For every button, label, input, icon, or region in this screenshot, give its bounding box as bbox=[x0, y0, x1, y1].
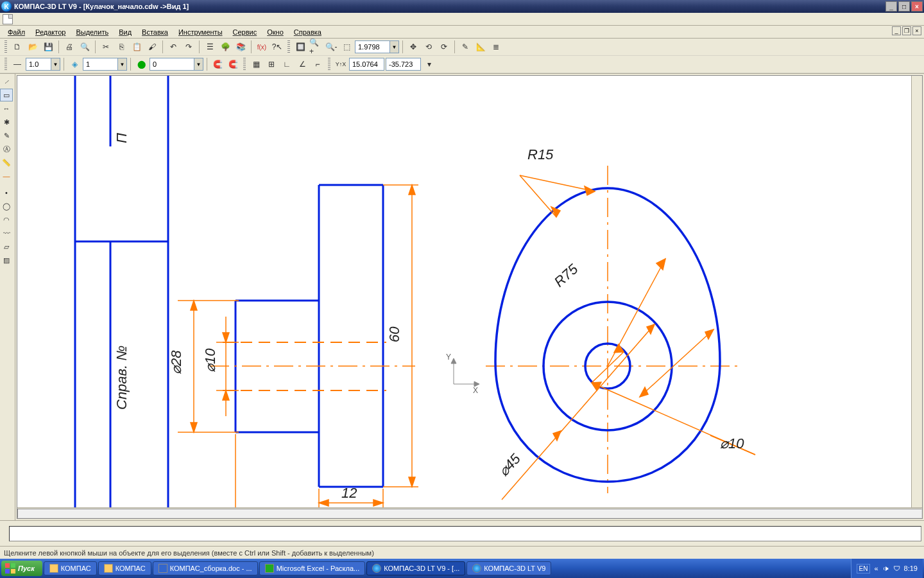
dropdown-icon[interactable]: ▼ bbox=[194, 58, 203, 71]
tray-chevron-icon[interactable]: « bbox=[874, 565, 878, 572]
preview-button[interactable]: 🔍 bbox=[78, 40, 92, 54]
edit-tool[interactable]: ✎ bbox=[0, 129, 13, 142]
style-input[interactable] bbox=[150, 58, 194, 71]
document-icon[interactable] bbox=[3, 14, 13, 24]
menu-service[interactable]: Сервис bbox=[228, 27, 262, 37]
menu-select[interactable]: Выделить bbox=[71, 27, 114, 37]
measure-tool[interactable]: 📏 bbox=[0, 156, 13, 169]
coord-y-input[interactable] bbox=[386, 58, 421, 71]
copy-button[interactable]: ⎘ bbox=[114, 40, 128, 54]
task-item-excel[interactable]: Microsoft Excel - Раскла... bbox=[259, 561, 366, 575]
vertical-scrollbar[interactable] bbox=[911, 76, 922, 507]
toolbar-grip[interactable] bbox=[243, 58, 246, 71]
menu-window[interactable]: Окно bbox=[262, 27, 289, 37]
line-tool[interactable]: — bbox=[0, 170, 13, 182]
mdi-minimize-button[interactable]: _ bbox=[892, 26, 901, 35]
style-select[interactable]: ▼ bbox=[150, 58, 203, 71]
line-width-select[interactable]: ▼ bbox=[26, 58, 60, 71]
print-button[interactable]: 🖨 bbox=[62, 40, 76, 54]
tray-sound-icon[interactable]: 🕩 bbox=[882, 565, 889, 572]
property-input[interactable] bbox=[9, 526, 921, 541]
arc-tool[interactable]: ◠ bbox=[0, 213, 13, 226]
menu-help[interactable]: Справка bbox=[289, 27, 327, 37]
point-tool[interactable]: • bbox=[0, 186, 13, 199]
snap-button[interactable]: ⊞ bbox=[264, 57, 278, 71]
rect-tool[interactable]: ▱ bbox=[0, 240, 13, 253]
select-tool[interactable]: ▭ bbox=[0, 89, 13, 101]
new-button[interactable]: 🗋 bbox=[10, 40, 24, 54]
dropdown-icon[interactable]: ▼ bbox=[118, 58, 127, 71]
menu-tools[interactable]: Инструменты bbox=[173, 27, 228, 37]
zoom-all-button[interactable]: 🔲 bbox=[293, 40, 307, 54]
geometry-tool[interactable]: ⟋ bbox=[0, 75, 13, 88]
task-item-word[interactable]: КОМПАС_сборка.doc - ... bbox=[153, 561, 258, 575]
horizontal-scrollbar[interactable] bbox=[17, 507, 922, 518]
zoom-out-button[interactable]: 🔍- bbox=[324, 40, 338, 54]
pan-button[interactable]: ✥ bbox=[406, 40, 420, 54]
param-tool[interactable]: Ⓐ bbox=[0, 143, 13, 155]
save-button[interactable]: 💾 bbox=[41, 40, 55, 54]
close-button[interactable]: × bbox=[911, 1, 923, 12]
layer-input[interactable] bbox=[83, 58, 118, 71]
circle-tool[interactable]: ◯ bbox=[0, 200, 13, 213]
undo-button[interactable]: ↶ bbox=[166, 40, 180, 54]
rotate-view-button[interactable]: ⟲ bbox=[422, 40, 436, 54]
menu-view[interactable]: Вид bbox=[114, 27, 137, 37]
style-icon[interactable]: ⬤ bbox=[134, 57, 148, 71]
tree-button[interactable]: 🌳 bbox=[218, 40, 232, 54]
menu-file[interactable]: Файл bbox=[3, 27, 30, 37]
redraw-button[interactable]: ⟳ bbox=[437, 40, 451, 54]
zoom-window-button[interactable]: ⬚ bbox=[339, 40, 354, 54]
hatch-tool[interactable]: ▨ bbox=[0, 254, 13, 267]
edit-button[interactable]: ✎ bbox=[458, 40, 472, 54]
drawing-canvas[interactable]: ⌀28 ⌀10 60 28 12 Справ. № П Y X bbox=[17, 76, 922, 507]
variables-button[interactable]: f(x) bbox=[255, 40, 269, 54]
layers-button[interactable]: ≣ bbox=[489, 40, 503, 54]
ortho-button[interactable]: ∟ bbox=[280, 57, 294, 71]
library-button[interactable]: 📚 bbox=[234, 40, 248, 54]
menu-insert[interactable]: Вставка bbox=[137, 27, 173, 37]
menu-editor[interactable]: Редактор bbox=[30, 27, 71, 37]
coord-list-button[interactable]: ▾ bbox=[422, 57, 436, 71]
format-painter-button[interactable]: 🖌 bbox=[145, 40, 159, 54]
angle-snap-button[interactable]: ∠ bbox=[295, 57, 309, 71]
mdi-restore-button[interactable]: ❐ bbox=[902, 26, 911, 35]
toolbar-grip[interactable] bbox=[4, 40, 7, 53]
language-indicator[interactable]: EN bbox=[857, 564, 871, 574]
layer-select[interactable]: ▼ bbox=[83, 58, 127, 71]
open-button[interactable]: 📂 bbox=[26, 40, 40, 54]
magnet-off-button[interactable]: 🧲 bbox=[226, 57, 240, 71]
paste-button[interactable]: 📋 bbox=[130, 40, 144, 54]
line-style-button[interactable]: — bbox=[10, 57, 24, 71]
dropdown-icon[interactable]: ▼ bbox=[51, 58, 60, 71]
zoom-value-input[interactable] bbox=[355, 40, 390, 53]
task-item-folder2[interactable]: КОМПАС bbox=[98, 561, 151, 575]
zoom-value-select[interactable]: ▼ bbox=[355, 40, 399, 53]
measure-button[interactable]: 📐 bbox=[474, 40, 488, 54]
line-width-input[interactable] bbox=[26, 58, 51, 71]
layer-icon[interactable]: ◈ bbox=[67, 57, 81, 71]
coord-x-input[interactable] bbox=[349, 58, 384, 71]
help-cursor-button[interactable]: ?↖ bbox=[270, 40, 284, 54]
task-item-kompas-active[interactable]: КОМПАС-3D LT V9 - [... bbox=[366, 561, 465, 575]
task-item-kompas2[interactable]: КОМПАС-3D LT V9 bbox=[466, 561, 551, 575]
tray-shield-icon[interactable]: 🛡 bbox=[893, 565, 900, 572]
grid-button[interactable]: ▦ bbox=[249, 57, 263, 71]
minimize-button[interactable]: _ bbox=[886, 1, 897, 12]
symbols-tool[interactable]: ✱ bbox=[0, 116, 13, 128]
clock[interactable]: 8:19 bbox=[904, 565, 918, 572]
zoom-in-button[interactable]: 🔍+ bbox=[309, 40, 323, 54]
local-cs-button[interactable]: ⌐ bbox=[311, 57, 325, 71]
toolbar-grip[interactable] bbox=[328, 58, 330, 71]
spline-tool[interactable]: 〰 bbox=[0, 227, 13, 240]
restore-button[interactable]: □ bbox=[898, 1, 910, 12]
cut-button[interactable]: ✂ bbox=[99, 40, 113, 54]
dropdown-icon[interactable]: ▼ bbox=[390, 40, 399, 53]
magnet-on-button[interactable]: 🧲 bbox=[210, 57, 225, 71]
start-button[interactable]: Пуск bbox=[1, 561, 42, 576]
properties-button[interactable]: ☰ bbox=[203, 40, 217, 54]
dimension-tool[interactable]: ↔ bbox=[0, 102, 13, 115]
mdi-close-button[interactable]: × bbox=[912, 26, 921, 35]
task-item-folder1[interactable]: КОМПАС bbox=[44, 561, 97, 575]
toolbar-grip[interactable] bbox=[4, 58, 7, 71]
